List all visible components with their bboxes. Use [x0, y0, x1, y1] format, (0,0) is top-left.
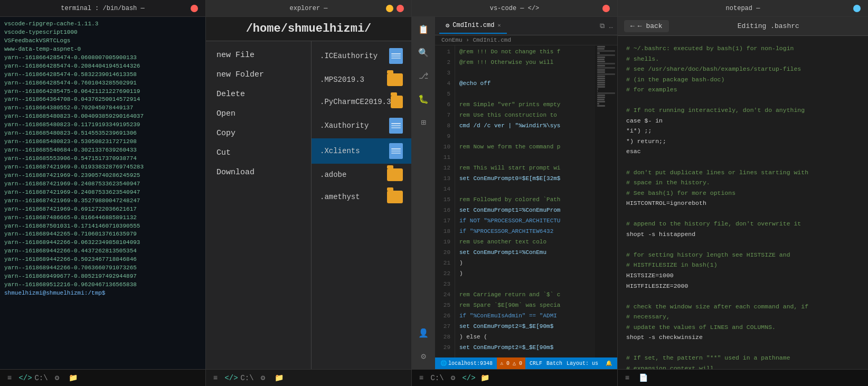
code-line: @echo off [459, 79, 591, 90]
minimap-line [597, 46, 605, 48]
notepad-line [626, 95, 860, 106]
line-number: 23 [435, 280, 450, 290]
explorer-bar-icon-3[interactable]: C:\ [242, 373, 252, 383]
code-line: rem Carriage return and `$` c [459, 290, 591, 301]
minimap-line [597, 88, 598, 90]
file-item[interactable]: .ICEauthority [312, 43, 411, 69]
action-open[interactable]: Open [206, 104, 311, 124]
file-item[interactable]: .Xclients [312, 138, 411, 164]
terminal-prompt-line: shmuelhizmi@shmuelhizmi:/tmp$ [4, 289, 201, 298]
explorer-bar-icon-2[interactable]: </> [226, 373, 237, 383]
notepad-line: case $- in [626, 116, 860, 126]
file-item[interactable]: .PyCharmCE2019.3 [312, 91, 411, 113]
terminal-line: yarn--1618687421969-0.24087533623540947 [4, 180, 201, 189]
terminal-line: yarn--1618689442266-0.4437262813505354 [4, 247, 201, 256]
vscode-search-icon[interactable]: 🔍 [415, 44, 432, 61]
vscode-account-icon[interactable]: 👤 [415, 325, 432, 342]
minimap-line [597, 82, 605, 83]
explorer-bar-icon-5[interactable]: 📁 [273, 373, 284, 383]
vscode-bar-icon-5[interactable]: 📁 [479, 373, 490, 383]
notepad-line: # See bash(1) for more options [626, 188, 860, 199]
vscode-status-host[interactable]: 🌐 localhost:9348 [440, 360, 493, 366]
file-item[interactable]: .amethyst [312, 186, 411, 208]
vscode-status-layout[interactable]: Layout: us [567, 361, 598, 366]
folder-icon [387, 191, 403, 203]
explorer-titlebar: explorer — [206, 0, 411, 17]
vscode-more-icon[interactable]: … [609, 22, 613, 30]
notepad-line: # for examples [626, 84, 860, 95]
vscode-code-content[interactable]: @rem !!! Do not change this f@rem !!! Ot… [455, 45, 595, 357]
vscode-bar-icon-2[interactable]: C:\ [432, 373, 442, 383]
terminal-line: yarn--1618685480823-0.5305082317271208 [4, 138, 201, 146]
vscode-extensions-icon[interactable]: ⊞ [415, 114, 432, 131]
vscode-bar-icon-3[interactable]: ⚙ [448, 373, 458, 383]
notepad-line [626, 343, 860, 353]
explorer-actions: new File new Folder Delete Open Copy Cut… [206, 41, 312, 369]
explorer-folder-titlebar-icon [386, 5, 393, 12]
vscode-code-area[interactable]: 1234567891011121314151617181920212223242… [435, 45, 617, 357]
notepad-bar-icon-1[interactable]: ≡ [622, 373, 633, 383]
action-new-file[interactable]: new File [206, 45, 311, 65]
action-delete[interactable]: Delete [206, 84, 311, 104]
vscode-tab-cmdinit[interactable]: ⚙ CmdInit.cmd ✕ [439, 18, 507, 34]
vscode-close-button[interactable] [602, 5, 610, 12]
explorer-bar-icon-4[interactable]: ⚙ [258, 373, 268, 383]
notepad-line [626, 239, 860, 250]
line-number: 14 [435, 185, 450, 195]
action-copy[interactable]: Copy [206, 124, 311, 143]
minimap-line [597, 80, 605, 81]
vscode-debug-icon[interactable]: 🐛 [415, 91, 432, 108]
terminal-content[interactable]: vscode-ripgrep-cache-1.11.3vscode-typesc… [0, 17, 205, 369]
notepad-bar-icon-2[interactable]: 📄 [638, 373, 648, 383]
vscode-bar-icon-1[interactable]: ≡ [416, 373, 427, 383]
notepad-line: *) return;; [626, 136, 860, 147]
vscode-tab-close[interactable]: ✕ [497, 22, 501, 29]
action-download[interactable]: Download [206, 163, 311, 182]
folder-icon [387, 168, 403, 181]
file-name: .ICEauthority [320, 52, 378, 60]
terminal-bar-icon-4[interactable]: ⚙ [52, 373, 62, 383]
terminal-bar-icon-2[interactable]: </> [20, 373, 31, 383]
file-item[interactable]: .adobe [312, 164, 411, 186]
code-line: if "%PROCESSOR_ARCHITEW6432 [459, 227, 591, 238]
vscode-status-warnings[interactable]: ⚠ 0 △ 0 [497, 357, 525, 369]
vscode-layout-label: Layout: us [567, 361, 598, 366]
minimap-line [597, 65, 605, 67]
minimap-line [597, 71, 605, 73]
action-cut[interactable]: Cut [206, 143, 311, 163]
vscode-settings-icon[interactable]: ⚙ [415, 348, 432, 365]
file-item[interactable]: .Xauthority [312, 113, 411, 138]
vscode-bell-icon[interactable]: 🔔 [606, 360, 612, 366]
vscode-status-encoding[interactable]: Batch [546, 361, 562, 366]
terminal-line: VSFeedbackVSRTCLogs [4, 37, 201, 45]
notepad-content[interactable]: # ~/.bashrc: executed by bash(1) for non… [618, 36, 868, 369]
terminal-bar-icon-3[interactable]: C:\ [36, 373, 46, 383]
line-number: 15 [435, 195, 450, 206]
back-button[interactable]: ← ← back [624, 20, 669, 32]
terminal-close-button[interactable] [191, 5, 198, 12]
vscode-host-label: localhost:9348 [448, 361, 493, 366]
vscode-files-icon[interactable]: 📋 [415, 21, 432, 38]
doc-icon [389, 118, 403, 134]
notepad-line: # append to the history file, don't over… [626, 219, 860, 229]
vscode-bar-icon-4[interactable]: </> [464, 373, 474, 383]
notepad-line: # update the values of LINES and COLUMNS… [626, 322, 860, 333]
file-name: .MPS2019.3 [320, 76, 364, 84]
file-name: .amethyst [320, 193, 360, 201]
file-name: .Xclients [320, 147, 360, 155]
vscode-git-icon[interactable]: ⎇ [415, 68, 432, 84]
file-item[interactable]: .MPS2019.3 [312, 69, 411, 91]
minimap-line [597, 95, 605, 96]
notepad-line: # necessary, [626, 312, 860, 322]
vscode-status-eol[interactable]: CRLF [530, 361, 542, 366]
action-new-folder[interactable]: new Folder [206, 65, 311, 84]
terminal-bar-icon-1[interactable]: ≡ [4, 373, 15, 383]
explorer-bar-icon-1[interactable]: ≡ [210, 373, 221, 383]
vscode-split-icon[interactable]: ⧉ [600, 22, 605, 30]
line-number: 10 [435, 143, 450, 153]
code-line [459, 132, 591, 143]
explorer-close-button[interactable] [397, 5, 404, 12]
terminal-line: yarn--1618664380552-0.702045078449137 [4, 104, 201, 112]
code-line: rem Spare `$E[90m` was specia [459, 301, 591, 312]
terminal-bar-icon-5[interactable]: 📁 [68, 373, 78, 383]
